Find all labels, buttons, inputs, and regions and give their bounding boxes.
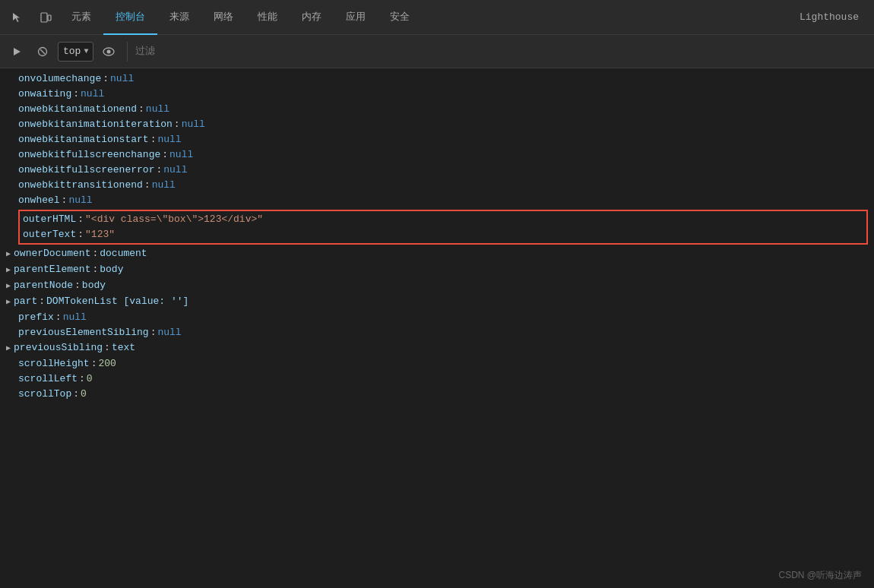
console-line-outertext: outerText: "123": [23, 227, 863, 242]
expandable-parentelement[interactable]: ▶ parentElement: body: [0, 262, 874, 278]
clear-icon[interactable]: [32, 41, 53, 62]
console-line-prefix: prefix: null: [0, 310, 874, 325]
expandable-part[interactable]: ▶ part: DOMTokenList [value: '']: [0, 294, 874, 310]
run-icon[interactable]: [6, 41, 27, 62]
tab-performance[interactable]: 性能: [245, 0, 290, 35]
tab-lighthouse[interactable]: Lighthouse: [787, 0, 871, 35]
highlighted-box: outerHTML: "<div class=\"box\">123</div>…: [18, 210, 868, 245]
tab-sources[interactable]: 来源: [157, 0, 201, 35]
svg-point-6: [107, 49, 111, 53]
tab-bar: 元素 控制台 来源 网络 性能 内存 应用 安全 Lighthouse: [0, 0, 874, 35]
toolbar: top ▼: [0, 35, 874, 68]
tab-application[interactable]: 应用: [334, 0, 378, 35]
device-icon[interactable]: [32, 4, 59, 31]
console-line-onwebkitanimationend: onwebkitanimationend: null: [0, 102, 874, 117]
filter-input[interactable]: [135, 46, 868, 57]
console-line-onwebkitanimationiteration: onwebkitanimationiteration: null: [0, 117, 874, 132]
tab-network[interactable]: 网络: [201, 0, 245, 35]
expand-triangle[interactable]: ▶: [6, 264, 11, 277]
console-line-scrolltop: scrollTop: 0: [0, 387, 874, 402]
console-line-onvolumechange: onvolumechange: null: [0, 71, 874, 87]
console-line-onwebkitfullscreenerror: onwebkitfullscreenerror: null: [0, 163, 874, 178]
tab-bar-left: [3, 4, 59, 31]
expandable-previoussibling[interactable]: ▶ previousSibling: text: [0, 340, 874, 356]
svg-line-4: [40, 49, 45, 54]
expandable-ownerdocument[interactable]: ▶ ownerDocument: document: [0, 246, 874, 262]
svg-marker-2: [14, 48, 21, 55]
console-line-scrollheight: scrollHeight: 200: [0, 356, 874, 371]
console-content: onvolumechange: null onwaiting: null onw…: [0, 68, 874, 588]
console-line-onwebkittransitionend: onwebkittransitionend: null: [0, 178, 874, 193]
tab-security[interactable]: 安全: [378, 0, 422, 35]
console-line-outerhtml: outerHTML: "<div class=\"box\">123</div>…: [23, 212, 863, 227]
svg-rect-1: [48, 15, 51, 21]
tab-console[interactable]: 控制台: [103, 0, 157, 35]
console-line-onwebkitanimationstart: onwebkitanimationstart: null: [0, 132, 874, 147]
console-line-onwaiting: onwaiting: null: [0, 87, 874, 102]
tab-memory[interactable]: 内存: [290, 0, 334, 35]
tab-elements[interactable]: 元素: [59, 0, 103, 35]
svg-rect-0: [41, 13, 47, 22]
chevron-down-icon: ▼: [84, 47, 88, 55]
watermark: CSDN @听海边涛声: [778, 569, 862, 582]
expand-triangle[interactable]: ▶: [6, 280, 11, 293]
expandable-parentnode[interactable]: ▶ parentNode: body: [0, 278, 874, 294]
expand-triangle[interactable]: ▶: [6, 342, 11, 356]
console-line-onwebkitfullscreenchange: onwebkitfullscreenchange: null: [0, 147, 874, 163]
expand-triangle[interactable]: ▶: [6, 296, 11, 309]
toolbar-divider: [127, 42, 128, 62]
console-line-onwheel: onwheel: null: [0, 193, 874, 208]
console-line-scrollleft: scrollLeft: 0: [0, 371, 874, 387]
expand-triangle[interactable]: ▶: [6, 248, 11, 261]
context-selector[interactable]: top ▼: [58, 42, 93, 62]
eye-icon[interactable]: [98, 41, 119, 62]
cursor-icon[interactable]: [3, 4, 30, 31]
tab-bar-right: Lighthouse: [787, 0, 871, 35]
console-line-previouselemsibling: previousElementSibling: null: [0, 325, 874, 340]
